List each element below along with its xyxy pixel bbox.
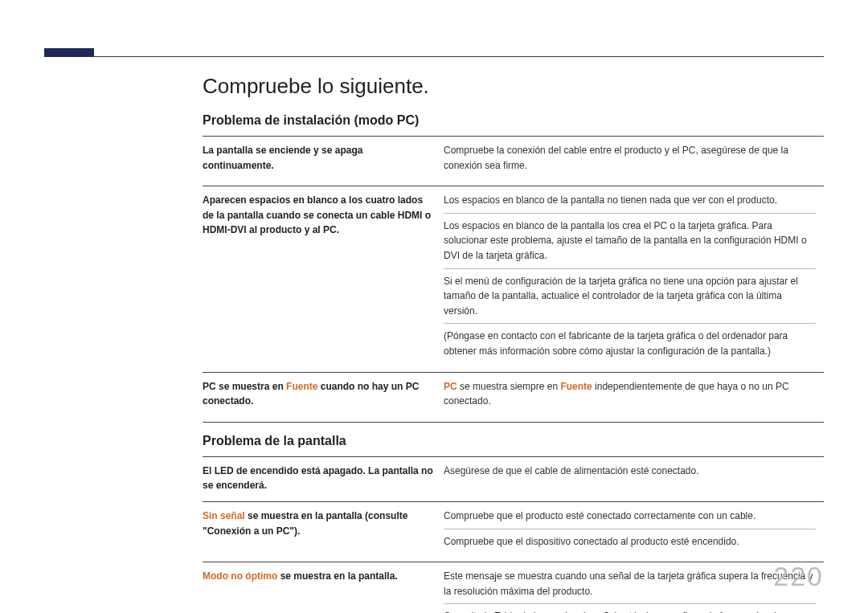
troubleshoot-table: La pantalla se enciende y se apaga conti… bbox=[203, 136, 824, 423]
page-content: Compruebe lo siguiente. Problema de inst… bbox=[203, 74, 824, 613]
table-row: Aparecen espacios en blanco a los cuatro… bbox=[203, 186, 824, 372]
text-span: Fuente bbox=[560, 381, 592, 392]
symptom-cell: Modo no óptimo se muestra en la pantalla… bbox=[203, 562, 444, 613]
troubleshoot-table: El LED de encendido está apagado. La pan… bbox=[203, 456, 824, 613]
table-row: PC se muestra en Fuente cuando no hay un… bbox=[203, 372, 824, 422]
text-span: se muestra en la pantalla. bbox=[277, 570, 397, 582]
solution-line: Compruebe la conexión del cable entre el… bbox=[444, 143, 816, 178]
solution-cell: Los espacios en blanco de la pantalla no… bbox=[444, 186, 824, 372]
text-span: La pantalla se enciende y se apaga conti… bbox=[203, 145, 362, 171]
solution-line: Asegúrese de que el cable de alimentació… bbox=[444, 464, 816, 484]
table-row: Sin señal se muestra en la pantalla (con… bbox=[203, 501, 824, 562]
header-tab-mark bbox=[44, 48, 94, 56]
solution-cell: Este mensaje se muestra cuando una señal… bbox=[444, 562, 824, 613]
page-number: 220 bbox=[773, 561, 824, 592]
section-heading: Problema de instalación (modo PC) bbox=[203, 113, 824, 128]
section-heading: Problema de la pantalla bbox=[203, 434, 824, 448]
symptom-cell: Aparecen espacios en blanco a los cuatro… bbox=[203, 186, 444, 372]
symptom-cell: El LED de encendido está apagado. La pan… bbox=[203, 456, 444, 501]
text-span: se muestra siempre en bbox=[457, 381, 561, 392]
solution-cell: Compruebe que el producto esté conectado… bbox=[444, 501, 824, 562]
text-span: PC se muestra en bbox=[203, 381, 286, 392]
symptom-cell: PC se muestra en Fuente cuando no hay un… bbox=[203, 372, 444, 422]
solution-line: Compruebe que el producto esté conectado… bbox=[444, 509, 816, 529]
text-span: Modo no óptimo bbox=[203, 570, 277, 582]
document-page: Compruebe lo siguiente. Problema de inst… bbox=[0, 0, 868, 613]
page-title: Compruebe lo siguiente. bbox=[203, 74, 824, 99]
header-rule bbox=[44, 56, 824, 57]
solution-cell: Asegúrese de que el cable de alimentació… bbox=[444, 456, 824, 501]
table-row: Modo no óptimo se muestra en la pantalla… bbox=[203, 562, 824, 613]
table-row: El LED de encendido está apagado. La pan… bbox=[203, 456, 824, 501]
solution-cell: PC se muestra siempre en Fuente independ… bbox=[444, 372, 824, 422]
table-row: La pantalla se enciende y se apaga conti… bbox=[203, 137, 824, 186]
solution-cell: Compruebe la conexión del cable entre el… bbox=[444, 137, 824, 186]
text-span: Sin señal bbox=[203, 510, 245, 521]
solution-line: Consulte la Tabla de los modos de señal … bbox=[444, 603, 816, 613]
solution-line: Este mensaje se muestra cuando una señal… bbox=[444, 569, 816, 603]
solution-line: Los espacios en blanco de la pantalla lo… bbox=[444, 213, 816, 268]
text-span: Aparecen espacios en blanco a los cuatro… bbox=[203, 194, 431, 235]
solution-line: Si el menú de configuración de la tarjet… bbox=[444, 268, 816, 324]
solution-line: PC se muestra siempre en Fuente independ… bbox=[444, 379, 816, 414]
text-span: Fuente bbox=[286, 381, 317, 392]
solution-line: (Póngase en contacto con el fabricante d… bbox=[444, 323, 816, 363]
sections-container: Problema de instalación (modo PC)La pant… bbox=[203, 113, 824, 613]
symptom-cell: La pantalla se enciende y se apaga conti… bbox=[203, 137, 444, 186]
solution-line: Los espacios en blanco de la pantalla no… bbox=[444, 193, 816, 213]
symptom-cell: Sin señal se muestra en la pantalla (con… bbox=[203, 501, 444, 562]
solution-line: Compruebe que el dispositivo conectado a… bbox=[444, 529, 816, 554]
text-span: El LED de encendido está apagado. La pan… bbox=[203, 465, 433, 492]
text-span: PC bbox=[444, 381, 457, 392]
